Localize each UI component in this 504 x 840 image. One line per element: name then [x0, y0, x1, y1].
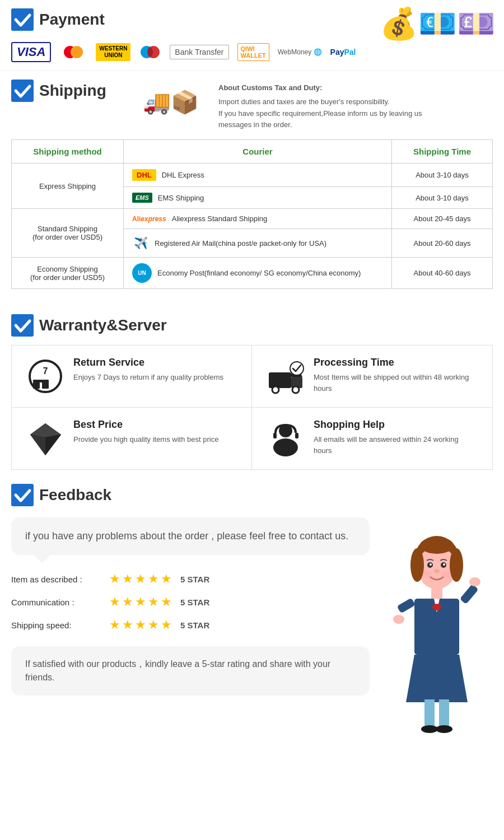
svg-point-31 — [442, 571, 451, 578]
qiwi-logo: QIWIWALLET — [237, 43, 269, 61]
return-title: Return Service — [73, 357, 223, 368]
airmail-icon: ✈️ — [132, 235, 149, 251]
price-icon — [26, 419, 65, 458]
mastercard-logo — [59, 44, 87, 60]
svg-point-30 — [422, 571, 431, 578]
col-courier: Courier — [124, 140, 392, 164]
western-union-logo: WESTERNUNION — [96, 43, 130, 61]
svg-point-19 — [273, 438, 298, 456]
courier-airmail: ✈️ Registered Air Mail(china post/e pack… — [124, 229, 392, 258]
ali-logo: Aliexpress — [132, 215, 166, 223]
time-economy: About 40-60 days — [392, 258, 493, 289]
svg-point-29 — [434, 569, 440, 573]
rating-label-comm: Communication : — [11, 598, 101, 607]
warranty-cell-return: 7 Return Service Enjoys 7 Days to return… — [12, 346, 252, 408]
star-text-comm: 5 STAR — [180, 598, 209, 607]
paypal-logo: PayPal — [330, 48, 356, 57]
warranty-checkmark-icon — [11, 314, 34, 337]
price-text: Best Price Provide you high quality item… — [73, 419, 218, 445]
visa-logo: VISA — [11, 42, 51, 62]
feedback-title: Feedback — [39, 486, 111, 504]
customs-line3: messages in the order. — [218, 119, 422, 131]
shipping-image: 🚚📦 — [129, 80, 213, 124]
stars-comm: ★ ★ ★ ★ ★ — [109, 595, 172, 609]
shipping-checkmark-icon — [11, 80, 34, 102]
svg-text:7: 7 — [43, 366, 48, 376]
dhl-name: DHL Express — [162, 171, 204, 179]
feedback-figure — [381, 517, 493, 741]
time-airmail: About 20-60 days — [392, 229, 493, 258]
economy-name: Economy Post(finland economy/ SG economy… — [157, 269, 361, 277]
svg-point-28 — [443, 563, 445, 566]
star5: ★ — [161, 572, 172, 586]
svg-point-46 — [450, 548, 463, 582]
feedback-header: Feedback — [11, 484, 493, 506]
rating-row-ship: Shipping speed: ★ ★ ★ ★ ★ 5 STAR — [11, 618, 370, 632]
svg-point-44 — [436, 725, 452, 733]
svg-point-13 — [290, 362, 304, 375]
shipping-title: Shipping — [39, 82, 106, 100]
svg-rect-37 — [460, 584, 479, 604]
return-desc: Enjoys 7 Days to return if any quality p… — [73, 372, 223, 383]
warranty-title: Warranty&Server — [39, 316, 167, 334]
svg-rect-8 — [269, 372, 291, 388]
star3: ★ — [135, 595, 146, 609]
help-desc: All emails will be answered within 24 wo… — [314, 434, 478, 456]
checkmark-icon — [11, 8, 34, 31]
ali-name: Aliexpress Standard Shipping — [172, 214, 268, 223]
method-standard: Standard Shipping(for order over USD5) — [12, 209, 124, 258]
feedback-checkmark-icon — [11, 484, 34, 506]
shipping-section: Shipping 🚚📦 About Customs Tax and Duty: … — [0, 71, 504, 306]
table-row-economy: Economy Shipping(for order under USD5) U… — [12, 258, 493, 289]
return-text: Return Service Enjoys 7 Days to return i… — [73, 357, 223, 383]
shipping-table: Shipping method Courier Shipping Time Ex… — [11, 139, 493, 289]
feedback-left: if you have any problems about the order… — [11, 517, 370, 696]
svg-point-11 — [272, 386, 279, 393]
rating-row-comm: Communication : ★ ★ ★ ★ ★ 5 STAR — [11, 595, 370, 609]
star3: ★ — [135, 618, 146, 632]
warranty-grid: 7 Return Service Enjoys 7 Days to return… — [11, 345, 493, 470]
svg-rect-6 — [42, 382, 49, 389]
warranty-header: Warranty&Server — [11, 314, 493, 337]
star1: ★ — [109, 572, 120, 586]
warranty-cell-price: Best Price Provide you high quality item… — [12, 408, 252, 469]
table-row-ali: Standard Shipping(for order over USD5) A… — [12, 209, 493, 229]
time-ali: About 20-45 days — [392, 209, 493, 229]
feedback-bubble1: if you have any problems about the order… — [11, 517, 370, 555]
svg-point-39 — [469, 577, 480, 586]
svg-rect-32 — [431, 587, 442, 599]
star5: ★ — [161, 595, 172, 609]
processing-icon — [266, 357, 305, 396]
method-express: Express Shipping — [12, 164, 124, 209]
svg-rect-20 — [273, 433, 277, 438]
star2: ★ — [122, 572, 133, 586]
star2: ★ — [122, 595, 133, 609]
payment-logos: VISA WESTERNUNION Bank Transfer QIWIWALL… — [11, 39, 493, 65]
customs-line1: Import duties and taxes are the buyer's … — [218, 96, 422, 108]
svg-rect-21 — [295, 433, 298, 438]
customs-line2: If you have specific requirement,Please … — [218, 108, 422, 120]
help-icon — [266, 419, 305, 458]
svg-marker-40 — [406, 655, 468, 702]
stars-ship: ★ ★ ★ ★ ★ — [109, 618, 172, 632]
return-icon: 7 — [26, 357, 65, 396]
svg-rect-7 — [33, 380, 49, 382]
star1: ★ — [109, 618, 120, 632]
customs-title: About Customs Tax and Duty: — [218, 82, 422, 94]
price-desc: Provide you high quality items with best… — [73, 434, 218, 445]
svg-point-38 — [393, 615, 404, 624]
payment-section: Payment 💰💶💷 VISA WESTERNUNION Bank Trans… — [0, 0, 504, 71]
star-text-item: 5 STAR — [180, 575, 209, 584]
ems-logo: EMS — [132, 193, 152, 203]
svg-point-12 — [292, 386, 299, 393]
star3: ★ — [135, 572, 146, 586]
feedback-bubble2: If satisfied with our products，kindly le… — [11, 646, 370, 696]
figure-svg — [386, 529, 487, 741]
rating-label-item: Item as described : — [11, 575, 101, 584]
shipping-header-row: Shipping 🚚📦 About Customs Tax and Duty: … — [11, 80, 493, 131]
money-bags-icon: 💰💶💷 — [380, 6, 496, 42]
star4: ★ — [148, 595, 159, 609]
table-row-express: Express Shipping DHL DHL Express About 3… — [12, 164, 493, 187]
svg-rect-41 — [424, 699, 435, 727]
star2: ★ — [122, 618, 133, 632]
